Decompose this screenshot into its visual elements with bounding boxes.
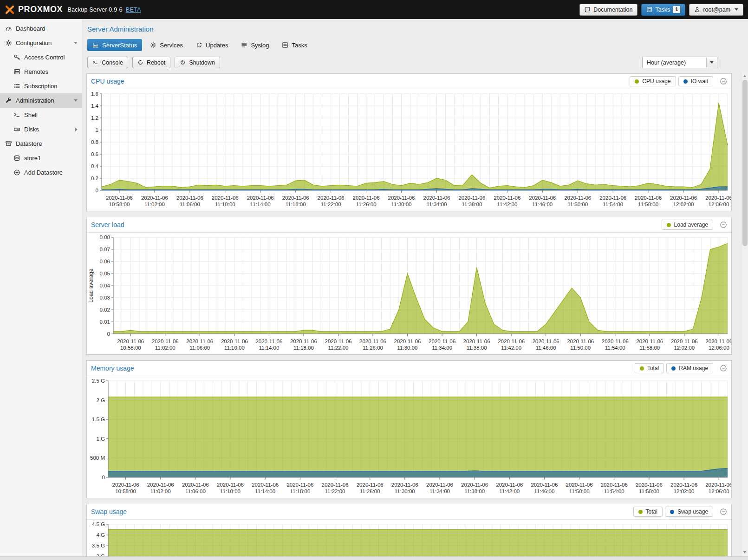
scrollbar-thumb[interactable] <box>742 80 748 246</box>
collapse-icon[interactable] <box>720 78 727 85</box>
svg-text:11:38:00: 11:38:00 <box>462 202 482 207</box>
svg-text:0.6: 0.6 <box>91 151 98 157</box>
svg-text:2020-11-06: 2020-11-06 <box>461 482 488 488</box>
svg-text:2020-11-06: 2020-11-06 <box>429 339 455 344</box>
gauge-icon <box>5 25 12 32</box>
svg-text:2020-11-06: 2020-11-06 <box>117 339 144 344</box>
panel-cpu: CPU usageCPU usageIO wait00.20.40.60.811… <box>86 73 732 211</box>
console-label: Console <box>102 59 123 66</box>
sidebar-item-datastore[interactable]: Datastore <box>0 137 82 151</box>
svg-text:2020-11-06: 2020-11-06 <box>599 195 626 201</box>
collapse-icon[interactable] <box>720 221 727 228</box>
collapse-icon[interactable] <box>720 508 727 515</box>
sidebar-item-add-datastore[interactable]: Add Datastore <box>0 165 82 180</box>
svg-text:2020-11-06: 2020-11-06 <box>531 482 558 488</box>
collapse-icon[interactable] <box>720 365 727 372</box>
sidebar-item-access-control[interactable]: Access Control <box>0 50 82 65</box>
svg-text:2020-11-06: 2020-11-06 <box>529 195 556 201</box>
svg-text:11:02:00: 11:02:00 <box>144 202 165 207</box>
sidebar-item-subscription[interactable]: Subscription <box>0 79 82 93</box>
expander-right-icon[interactable] <box>75 128 78 131</box>
svg-text:10:58:00: 10:58:00 <box>120 345 141 351</box>
documentation-button[interactable]: Documentation <box>579 4 637 16</box>
svg-text:10:58:00: 10:58:00 <box>115 488 136 494</box>
select-trigger[interactable] <box>706 57 717 68</box>
sidebar-item-label: Access Control <box>24 54 65 61</box>
sidebar-item-disks[interactable]: Disks <box>0 122 82 137</box>
scroll-up-icon[interactable] <box>743 75 746 77</box>
svg-text:11:54:00: 11:54:00 <box>605 345 625 351</box>
tab-syslog[interactable]: Syslog <box>236 39 274 51</box>
svg-text:2020-11-06: 2020-11-06 <box>322 482 349 488</box>
book-icon <box>585 7 591 13</box>
sidebar-item-label: Datastore <box>16 140 42 147</box>
svg-text:0: 0 <box>107 331 110 337</box>
svg-text:1.2: 1.2 <box>91 115 98 121</box>
sidebar-item-store1[interactable]: store1 <box>0 151 82 165</box>
legend-item-io-wait[interactable]: IO wait <box>678 76 713 86</box>
svg-text:11:14:00: 11:14:00 <box>250 202 271 207</box>
beta-link[interactable]: BETA <box>126 6 141 13</box>
tab-services[interactable]: Services <box>145 39 188 51</box>
svg-text:2020-11-06: 2020-11-06 <box>423 195 450 201</box>
chart-legend: TotalRAM usage <box>635 363 727 373</box>
svg-text:11:06:00: 11:06:00 <box>185 488 206 494</box>
legend-item-swap-usage[interactable]: Swap usage <box>665 507 713 517</box>
user-menu-button[interactable]: root@pam <box>689 4 743 16</box>
svg-text:1.6: 1.6 <box>91 91 98 97</box>
time-range-select[interactable]: Hour (average) <box>642 57 717 68</box>
sidebar-item-remotes[interactable]: Remotes <box>0 65 82 79</box>
svg-text:2020-11-06: 2020-11-06 <box>290 339 317 344</box>
sidebar-item-administration[interactable]: Administration <box>0 93 82 108</box>
legend-item-load-average[interactable]: Load average <box>662 220 713 230</box>
sidebar-item-shell[interactable]: Shell <box>0 108 82 122</box>
svg-text:0.8: 0.8 <box>91 139 98 145</box>
console-button[interactable]: Console <box>87 57 128 68</box>
expander-down-icon[interactable] <box>74 99 78 102</box>
svg-text:2020-11-06: 2020-11-06 <box>636 339 663 344</box>
legend-label: IO wait <box>691 78 708 85</box>
sidebar-item-configuration[interactable]: Configuration <box>0 36 82 50</box>
tab-updates[interactable]: Updates <box>191 39 233 51</box>
svg-text:2020-11-06: 2020-11-06 <box>255 339 282 344</box>
svg-text:11:10:00: 11:10:00 <box>224 345 245 351</box>
sidebar-item-label: Subscription <box>24 83 58 90</box>
shutdown-button[interactable]: Shutdown <box>175 57 220 68</box>
svg-text:11:46:00: 11:46:00 <box>534 488 554 494</box>
legend-item-total[interactable]: Total <box>633 507 663 517</box>
legend-item-cpu-usage[interactable]: CPU usage <box>630 76 676 86</box>
tasks-button[interactable]: Tasks1 <box>641 4 685 16</box>
vertical-scrollbar[interactable] <box>741 72 748 556</box>
chartarea-icon <box>92 42 99 48</box>
horizontal-scrollbar[interactable] <box>0 556 748 560</box>
legend-item-ram-usage[interactable]: RAM usage <box>666 363 713 373</box>
svg-text:1 G: 1 G <box>96 436 105 442</box>
svg-text:0.01: 0.01 <box>100 319 110 325</box>
svg-text:2020-11-06: 2020-11-06 <box>705 195 731 201</box>
svg-text:2020-11-06: 2020-11-06 <box>106 195 133 201</box>
legend-item-total[interactable]: Total <box>635 363 664 373</box>
panel-memory: Memory usageTotalRAM usage0500 M1 G1.5 G… <box>86 360 732 498</box>
box-icon <box>5 140 12 147</box>
svg-text:11:06:00: 11:06:00 <box>189 345 210 351</box>
shutdown-label: Shutdown <box>189 59 215 66</box>
svg-text:2020-11-06: 2020-11-06 <box>286 482 313 488</box>
reboot-button[interactable]: Reboot <box>132 57 170 68</box>
svg-text:2020-11-06: 2020-11-06 <box>458 195 485 201</box>
chart-legend: Load average <box>662 220 727 230</box>
tab-serverstatus[interactable]: ServerStatus <box>87 39 142 51</box>
expander-down-icon[interactable] <box>74 42 78 44</box>
svg-text:12:06:00: 12:06:00 <box>709 202 729 207</box>
tab-tasks[interactable]: Tasks <box>277 39 312 51</box>
scroll-down-icon[interactable] <box>743 551 746 553</box>
svg-text:0: 0 <box>96 188 98 193</box>
sidebar-item-dashboard[interactable]: Dashboard <box>0 21 82 36</box>
svg-text:2020-11-06: 2020-11-06 <box>152 339 179 344</box>
panel-title: Memory usage <box>91 365 134 372</box>
svg-text:11:46:00: 11:46:00 <box>536 345 556 351</box>
tasks-label: Tasks <box>655 7 670 13</box>
list-icon <box>13 83 20 90</box>
reboot-label: Reboot <box>147 59 165 66</box>
svg-text:0.05: 0.05 <box>100 271 110 276</box>
chart-cpu: 00.20.40.60.811.21.41.62020-11-0610:58:0… <box>87 89 731 211</box>
